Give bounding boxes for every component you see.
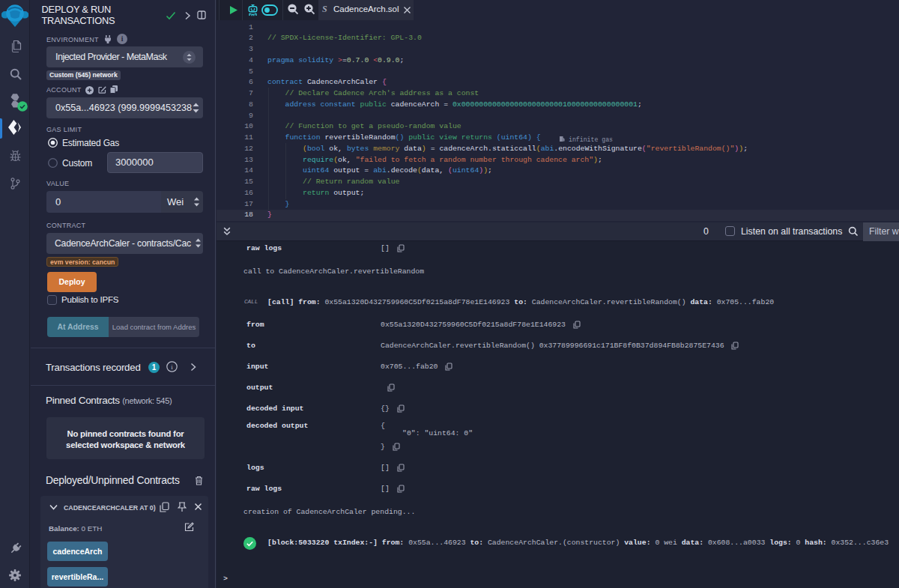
svg-text:i: i bbox=[171, 363, 173, 371]
svg-text:i: i bbox=[121, 35, 124, 43]
